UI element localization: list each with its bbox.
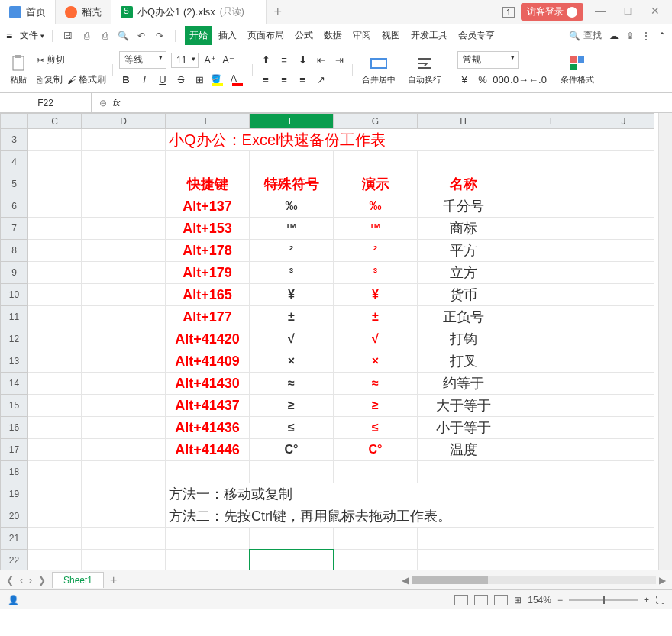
cell-F4[interactable] <box>250 151 334 173</box>
cell-C13[interactable] <box>28 350 82 373</box>
cell-J22[interactable] <box>593 550 654 570</box>
cell-J19[interactable] <box>593 483 654 505</box>
cell-J12[interactable] <box>593 328 654 350</box>
decrease-font-button[interactable]: A⁻ <box>221 53 235 67</box>
cell-J20[interactable] <box>593 505 654 528</box>
cell-F5[interactable]: 特殊符号 <box>250 173 334 195</box>
cell-J7[interactable] <box>593 218 654 240</box>
nav-first-button[interactable]: ❮ <box>6 575 14 586</box>
cell-D11[interactable] <box>82 306 166 328</box>
cell-H9[interactable]: 立方 <box>418 262 509 284</box>
row-header-11[interactable]: 11 <box>1 306 28 328</box>
redo-icon[interactable]: ↷ <box>153 30 166 42</box>
condfmt-button[interactable]: 条件格式 <box>557 53 597 87</box>
cell-C4[interactable] <box>28 151 82 173</box>
cell-G12[interactable]: √ <box>334 328 418 350</box>
menu-tab-dev[interactable]: 开发工具 <box>406 26 452 45</box>
tab-file[interactable]: 小Q办公1 (2).xlsx (只读) <box>111 0 267 24</box>
cell-E14[interactable]: Alt+41430 <box>166 373 250 395</box>
cell-H7[interactable]: 商标 <box>418 218 509 240</box>
currency-button[interactable]: ¥ <box>457 73 471 87</box>
wrap-button[interactable]: 自动换行 <box>405 53 444 87</box>
cell-G6[interactable]: ‰ <box>334 195 418 218</box>
align-left-button[interactable]: ≡ <box>259 73 273 87</box>
cell-G5[interactable]: 演示 <box>334 173 418 195</box>
cell-I7[interactable] <box>509 218 593 240</box>
cell-H12[interactable]: 打钩 <box>418 328 509 350</box>
cell-J13[interactable] <box>593 350 654 373</box>
break-view-button[interactable] <box>494 595 508 605</box>
preview-icon[interactable]: 🔍 <box>117 30 129 42</box>
comma-button[interactable]: 000 <box>494 73 508 87</box>
font-color-button[interactable]: A <box>231 73 246 87</box>
cell-G9[interactable]: ³ <box>334 262 418 284</box>
cell-F16[interactable]: ≤ <box>250 417 334 439</box>
cell-C20[interactable] <box>28 505 82 528</box>
font-select[interactable]: 等线 <box>119 51 166 69</box>
cell-D19[interactable] <box>82 483 166 505</box>
cell-H5[interactable]: 名称 <box>418 173 509 195</box>
cell-F7[interactable]: ™ <box>250 218 334 240</box>
row-header-22[interactable]: 22 <box>1 550 28 570</box>
cell-I6[interactable] <box>509 195 593 218</box>
row-header-10[interactable]: 10 <box>1 284 28 306</box>
row-header-12[interactable]: 12 <box>1 328 28 350</box>
cell-C8[interactable] <box>28 240 82 262</box>
cell-C12[interactable] <box>28 328 82 350</box>
format-painter-button[interactable]: 🖌格式刷 <box>67 73 106 86</box>
cell-D12[interactable] <box>82 328 166 350</box>
normal-view-button[interactable] <box>454 595 468 605</box>
cell-D20[interactable] <box>82 505 166 528</box>
copy-button[interactable]: ⎘复制 <box>37 73 63 86</box>
cell-H4[interactable] <box>418 151 509 173</box>
cell-I17[interactable] <box>509 439 593 461</box>
align-top-button[interactable]: ⬆ <box>259 53 273 67</box>
cell-E13[interactable]: Alt+41409 <box>166 350 250 373</box>
sheet-tab[interactable]: Sheet1 <box>52 572 104 588</box>
menu-tab-start[interactable]: 开始 <box>185 26 212 45</box>
cell-F22[interactable] <box>250 550 334 570</box>
cell-I5[interactable] <box>509 173 593 195</box>
cell-D8[interactable] <box>82 240 166 262</box>
cell-F13[interactable]: × <box>250 350 334 373</box>
cell-E12[interactable]: Alt+41420 <box>166 328 250 350</box>
cell-D10[interactable] <box>82 284 166 306</box>
indent-dec-button[interactable]: ⇤ <box>314 53 328 67</box>
cell-I4[interactable] <box>509 151 593 173</box>
cell-E20[interactable]: 方法二：先按Ctrl键，再用鼠标去拖动工作表。 <box>166 505 593 528</box>
col-header-J[interactable]: J <box>593 114 654 129</box>
cell-D21[interactable] <box>82 528 166 550</box>
indent-inc-button[interactable]: ⇥ <box>332 53 346 67</box>
col-header-C[interactable]: C <box>28 114 82 129</box>
row-header-21[interactable]: 21 <box>1 528 28 550</box>
dec-decimal-button[interactable]: ←.0 <box>531 73 544 87</box>
nav-prev-button[interactable]: ‹ <box>20 575 23 586</box>
zoom-label[interactable]: 154% <box>528 595 551 605</box>
menu-tab-layout[interactable]: 页面布局 <box>243 26 289 45</box>
percent-button[interactable]: % <box>476 73 489 87</box>
cell-C3[interactable] <box>28 129 82 151</box>
cell-C15[interactable] <box>28 395 82 417</box>
grid-table[interactable]: CDEFGHIJ3小Q办公：Excel快速备份工作表45快捷键特殊符号演示名称6… <box>0 113 654 570</box>
cell-G8[interactable]: ² <box>334 240 418 262</box>
cell-H18[interactable] <box>418 461 509 483</box>
col-header-[interactable] <box>1 114 28 129</box>
inc-decimal-button[interactable]: .0→ <box>512 73 526 87</box>
hscroll-right[interactable]: ▶ <box>659 575 666 586</box>
row-header-13[interactable]: 13 <box>1 350 28 373</box>
cell-D13[interactable] <box>82 350 166 373</box>
nav-last-button[interactable]: ❯ <box>38 575 46 586</box>
cell-D5[interactable] <box>82 173 166 195</box>
row-header-8[interactable]: 8 <box>1 240 28 262</box>
fullscreen-icon[interactable]: ⛶ <box>655 595 664 605</box>
save-icon[interactable]: 🖫 <box>62 30 74 42</box>
cell-H17[interactable]: 温度 <box>418 439 509 461</box>
border-button[interactable]: ⊞ <box>192 73 206 87</box>
cell-J10[interactable] <box>593 284 654 306</box>
align-bottom-button[interactable]: ⬇ <box>296 53 309 67</box>
cell-I3[interactable] <box>509 129 593 151</box>
row-header-20[interactable]: 20 <box>1 505 28 528</box>
maximize-button[interactable]: □ <box>617 5 638 20</box>
zoom-slider[interactable] <box>569 599 638 601</box>
more-icon[interactable]: ⋮ <box>641 31 651 41</box>
